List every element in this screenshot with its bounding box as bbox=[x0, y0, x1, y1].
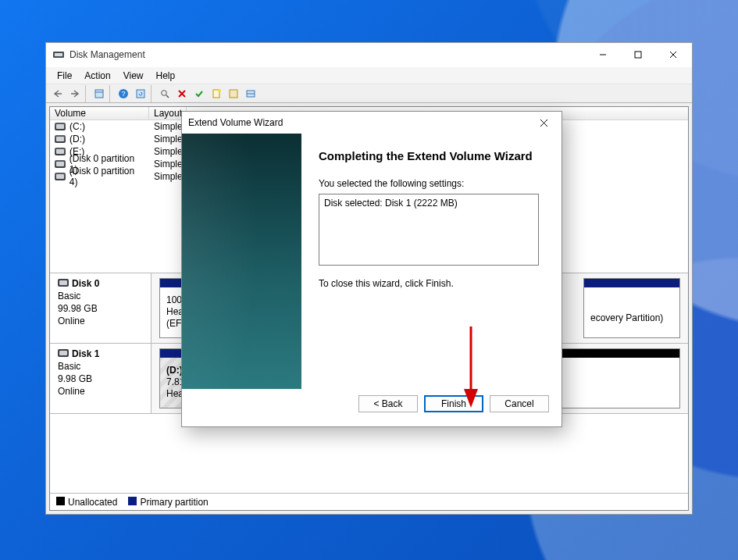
svg-line-12 bbox=[166, 95, 169, 98]
app-icon bbox=[52, 48, 65, 61]
refresh-icon[interactable] bbox=[132, 85, 149, 102]
wizard-buttons: < Back Finish Cancel bbox=[182, 389, 562, 426]
close-button[interactable] bbox=[655, 44, 690, 66]
volume-layout: Simple bbox=[154, 121, 183, 132]
volume-layout: Simple bbox=[154, 146, 183, 157]
legend-swatch-primary bbox=[128, 497, 137, 505]
volume-icon bbox=[55, 173, 66, 180]
disk-icon bbox=[58, 279, 69, 287]
volume-name: (D:) bbox=[70, 134, 85, 144]
disk-info-0[interactable]: Disk 0 Basic 99.98 GB Online bbox=[50, 273, 152, 343]
svg-text:?: ? bbox=[121, 90, 125, 98]
legend-swatch-unallocated bbox=[56, 497, 65, 505]
disk-size: 99.98 GB bbox=[58, 303, 143, 314]
disk-status: Online bbox=[58, 386, 143, 397]
volume-layout: Simple bbox=[154, 171, 183, 182]
svg-point-16 bbox=[218, 89, 221, 92]
col-volume[interactable]: Volume bbox=[50, 107, 149, 119]
find-icon[interactable] bbox=[156, 85, 173, 102]
disk-type: Basic bbox=[58, 291, 143, 301]
wizard-settings-box: Disk selected: Disk 1 (2222 MB) bbox=[319, 194, 539, 266]
volume-layout: Simple bbox=[154, 159, 183, 169]
disk-type: Basic bbox=[58, 361, 143, 372]
menu-file[interactable]: File bbox=[51, 68, 78, 84]
svg-rect-3 bbox=[635, 52, 641, 58]
wizard-settings-text: Disk selected: Disk 1 (2222 MB) bbox=[324, 198, 533, 209]
properties-icon[interactable] bbox=[91, 85, 108, 102]
svg-rect-6 bbox=[95, 90, 103, 98]
help-icon[interactable]: ? bbox=[115, 85, 132, 102]
legend-primary: Primary partition bbox=[140, 497, 208, 508]
disk-icon bbox=[58, 349, 69, 357]
wizard-content: Completing the Extend Volume Wizard You … bbox=[301, 134, 562, 389]
disk-label: Disk 1 bbox=[72, 348, 99, 359]
volume-layout: Simple bbox=[154, 134, 183, 144]
partition-label: (D:) bbox=[166, 365, 183, 376]
disk-size: 9.98 GB bbox=[58, 373, 143, 384]
volume-name: (Disk 0 partition 4) bbox=[70, 166, 144, 187]
wizard-heading: Completing the Extend Volume Wizard bbox=[319, 149, 544, 164]
back-button[interactable]: < Back bbox=[358, 395, 418, 412]
toolbar: ? bbox=[46, 84, 692, 103]
svg-rect-10 bbox=[137, 90, 144, 98]
volume-name: (C:) bbox=[70, 121, 85, 132]
wizard-hint: To close this wizard, click Finish. bbox=[319, 278, 544, 289]
volume-icon bbox=[55, 135, 66, 143]
menu-action[interactable]: Action bbox=[78, 68, 116, 84]
wizard-titlebar[interactable]: Extend Volume Wizard bbox=[182, 112, 562, 134]
titlebar[interactable]: Disk Management bbox=[46, 43, 692, 66]
volume-icon bbox=[55, 160, 66, 168]
wizard-selected-label: You selected the following settings: bbox=[319, 178, 544, 189]
wizard-banner bbox=[182, 134, 301, 389]
menu-help[interactable]: Help bbox=[150, 68, 182, 84]
volume-icon bbox=[55, 123, 66, 130]
svg-rect-1 bbox=[55, 53, 62, 56]
delete-icon[interactable] bbox=[173, 85, 191, 102]
disk-info-1[interactable]: Disk 1 Basic 9.98 GB Online bbox=[50, 344, 152, 413]
finish-button[interactable]: Finish bbox=[424, 395, 483, 412]
menubar: File Action View Help bbox=[46, 66, 692, 84]
forward-icon[interactable] bbox=[66, 85, 84, 102]
new-icon[interactable] bbox=[208, 85, 225, 102]
back-icon[interactable] bbox=[49, 85, 66, 102]
check-icon[interactable] bbox=[191, 85, 208, 102]
partition[interactable]: ecovery Partition) bbox=[583, 278, 680, 338]
wizard-close-button[interactable] bbox=[532, 112, 555, 133]
legend: Unallocated Primary partition bbox=[50, 493, 688, 510]
disk-label: Disk 0 bbox=[72, 278, 99, 289]
svg-rect-17 bbox=[230, 90, 237, 98]
wizard-title: Extend Volume Wizard bbox=[188, 117, 532, 128]
cancel-button[interactable]: Cancel bbox=[490, 395, 549, 412]
volume-icon bbox=[55, 148, 66, 155]
window-title: Disk Management bbox=[70, 49, 585, 60]
maximize-button[interactable] bbox=[620, 44, 655, 66]
svg-point-11 bbox=[162, 90, 167, 95]
minimize-button[interactable] bbox=[585, 44, 620, 66]
legend-unallocated: Unallocated bbox=[68, 497, 117, 508]
partition-status: ecovery Partition) bbox=[590, 312, 673, 324]
menu-view[interactable]: View bbox=[117, 68, 150, 84]
misc-icon[interactable] bbox=[225, 85, 242, 102]
disk-status: Online bbox=[58, 316, 143, 326]
extend-volume-wizard: Extend Volume Wizard Completing the Exte… bbox=[181, 111, 562, 427]
options-icon[interactable] bbox=[242, 85, 259, 102]
